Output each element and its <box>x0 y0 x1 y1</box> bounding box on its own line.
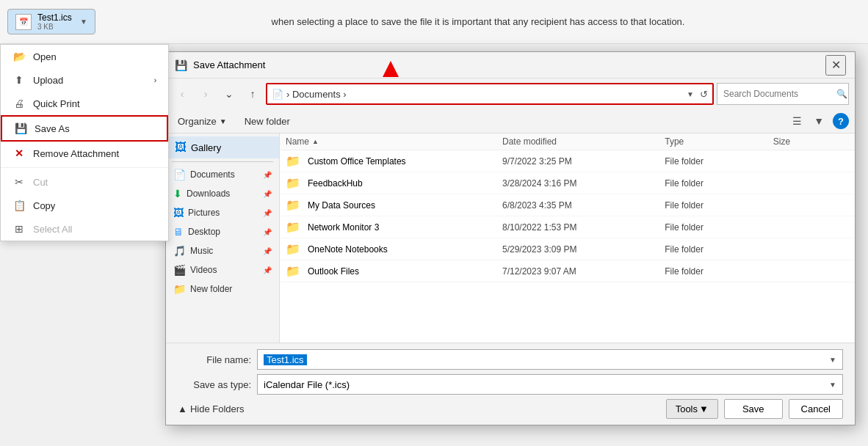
search-input[interactable] <box>723 89 833 99</box>
videos-icon: 🎬 <box>173 264 186 276</box>
search-icon: 🔍 <box>836 89 847 99</box>
filename-dropdown-icon[interactable]: ▼ <box>829 356 836 364</box>
sidebar-item-gallery[interactable]: 🖼 Gallery <box>166 136 279 158</box>
context-menu: 📂 Open ⬆ Upload › 🖨 Quick Print 💾 Save A… <box>0 44 169 241</box>
folder-icon: 📁 <box>286 154 300 168</box>
view-details-button[interactable]: ☰ <box>789 112 805 130</box>
upload-submenu-arrow: › <box>154 76 156 84</box>
pictures-icon: 🖼 <box>173 207 184 219</box>
save-button[interactable]: Save <box>724 399 783 419</box>
file-type-cell: File folder <box>665 156 773 167</box>
file-date-cell: 3/28/2024 3:16 PM <box>502 178 665 189</box>
help-button[interactable]: ? <box>833 113 849 129</box>
col-size-label: Size <box>773 136 790 147</box>
sidebar-separator <box>172 161 273 162</box>
table-row[interactable]: 📁 OneNote Notebooks 5/29/2023 3:09 PM Fi… <box>280 238 855 260</box>
sort-icon: ▲ <box>312 138 319 145</box>
nav-recent-button[interactable]: ⌄ <box>219 84 239 104</box>
hide-folders-arrow: ▲ <box>178 403 187 414</box>
nav-up-button[interactable]: ↑ <box>242 84 263 104</box>
col-header-type[interactable]: Type <box>665 136 773 147</box>
menu-item-remove[interactable]: ✕ Remove Attachment <box>1 142 168 165</box>
top-bar: 📅 Test1.ics 3 KB ▼ when selecting a plac… <box>0 0 868 44</box>
nav-forward-button[interactable]: › <box>195 84 216 104</box>
savetype-input[interactable]: iCalendar File (*.ics) ▼ <box>257 374 843 395</box>
hide-folders-toggle[interactable]: ▲ Hide Folders <box>178 403 245 414</box>
file-date-cell: 8/10/2022 1:53 PM <box>502 222 665 233</box>
file-name-cell: 📁 My Data Sources <box>286 198 502 212</box>
dialog-bottom: File name: Test1.ics ▼ Save as type: iCa… <box>166 343 855 425</box>
col-header-name[interactable]: Name ▲ <box>286 136 502 147</box>
action-buttons: Tools ▼ Save Cancel <box>666 399 843 419</box>
file-list-header: Name ▲ Date modified Type Size <box>280 134 855 150</box>
file-date-cell: 5/29/2023 3:09 PM <box>502 244 665 255</box>
col-name-label: Name <box>286 136 309 147</box>
refresh-icon[interactable]: ↺ <box>700 89 708 100</box>
cancel-button[interactable]: Cancel <box>789 399 843 419</box>
sidebar-item-documents[interactable]: 📄 Documents 📌 <box>166 165 279 184</box>
address-bar[interactable]: 📄 › Documents › ▼ ↺ <box>266 83 714 105</box>
menu-item-open[interactable]: 📂 Open <box>1 45 168 68</box>
dialog-close-button[interactable]: ✕ <box>825 55 846 76</box>
nav-bar: ‹ › ⌄ ↑ 📄 › Documents › ▼ ↺ 🔍 <box>166 78 855 109</box>
new-folder-button[interactable]: New folder <box>239 113 296 130</box>
action-row: ▲ Hide Folders Tools ▼ Save Cancel <box>178 399 843 419</box>
nav-back-button[interactable]: ‹ <box>172 84 192 104</box>
menu-item-copy[interactable]: 📋 Copy <box>1 194 168 217</box>
address-bar-dropdown-icon[interactable]: ▼ <box>687 90 694 98</box>
sidebar-item-videos[interactable]: 🎬 Videos 📌 <box>166 260 279 279</box>
menu-item-saveas[interactable]: 💾 Save As <box>1 115 168 142</box>
organize-dropdown-icon: ▼ <box>220 117 227 125</box>
menu-item-cut[interactable]: ✂ Cut <box>1 170 168 194</box>
table-row[interactable]: 📁 Network Monitor 3 8/10/2022 1:53 PM Fi… <box>280 216 855 238</box>
savetype-dropdown-icon[interactable]: ▼ <box>829 381 836 389</box>
file-name-text: FeedbackHub <box>308 178 502 189</box>
pictures-pin-icon: 📌 <box>263 209 272 217</box>
downloads-icon: ⬇ <box>173 188 182 200</box>
col-header-date[interactable]: Date modified <box>502 136 665 147</box>
file-type-cell: File folder <box>665 244 773 255</box>
sidebar-item-desktop[interactable]: 🖥 Desktop 📌 <box>166 222 279 241</box>
documents-pin-icon: 📌 <box>263 171 272 179</box>
videos-pin-icon: 📌 <box>263 266 272 274</box>
col-header-size[interactable]: Size <box>773 136 849 147</box>
table-row[interactable]: 📁 My Data Sources 6/8/2023 4:35 PM File … <box>280 194 855 216</box>
remove-icon: ✕ <box>12 147 26 160</box>
folder-icon: 📁 <box>286 220 300 234</box>
file-tab[interactable]: 📅 Test1.ics 3 KB ▼ <box>7 9 95 34</box>
dialog-title-icon: 💾 <box>175 59 187 71</box>
sidebar-item-newfolder[interactable]: 📁 New folder <box>166 279 279 299</box>
menu-item-copy-label: Copy <box>33 200 55 211</box>
file-name-cell: 📁 Custom Office Templates <box>286 154 502 168</box>
view-options-button[interactable]: ▼ <box>811 112 827 130</box>
folder-icon: 📁 <box>286 198 300 212</box>
table-row[interactable]: 📁 Custom Office Templates 9/7/2022 3:25 … <box>280 150 855 172</box>
menu-item-selectall[interactable]: ⊞ Select All <box>1 217 168 241</box>
search-box[interactable]: 🔍 <box>717 83 849 105</box>
filename-input[interactable]: Test1.ics ▼ <box>257 349 843 370</box>
desktop-icon: 🖥 <box>173 226 184 238</box>
music-label: Music <box>190 246 213 256</box>
menu-item-quickprint[interactable]: 🖨 Quick Print <box>1 92 168 115</box>
organize-button[interactable]: Organize ▼ <box>172 113 233 130</box>
tools-button[interactable]: Tools ▼ <box>666 399 718 419</box>
saveas-icon: 💾 <box>14 122 27 135</box>
file-type-cell: File folder <box>665 266 773 277</box>
gallery-label: Gallery <box>191 142 221 153</box>
sidebar-item-downloads[interactable]: ⬇ Downloads 📌 <box>166 184 279 203</box>
sidebar-item-music[interactable]: 🎵 Music 📌 <box>166 241 279 260</box>
col-type-label: Type <box>665 136 684 147</box>
file-tab-dropdown-icon[interactable]: ▼ <box>80 18 87 26</box>
selectall-icon: ⊞ <box>12 222 26 235</box>
menu-item-quickprint-label: Quick Print <box>33 98 80 109</box>
hide-folders-label: Hide Folders <box>190 403 245 414</box>
menu-item-upload[interactable]: ⬆ Upload › <box>1 68 168 92</box>
file-date-cell: 9/7/2022 3:25 PM <box>502 156 665 167</box>
file-tab-icon: 📅 <box>15 14 32 30</box>
newfolder-icon: 📁 <box>173 283 186 295</box>
sidebar-item-pictures[interactable]: 🖼 Pictures 📌 <box>166 203 279 222</box>
file-name-text: My Data Sources <box>308 200 502 211</box>
sidebar: 🖼 Gallery 📄 Documents 📌 ⬇ Downloads 📌 🖼 … <box>166 134 280 343</box>
table-row[interactable]: 📁 FeedbackHub 3/28/2024 3:16 PM File fol… <box>280 172 855 194</box>
table-row[interactable]: 📁 Outlook Files 7/12/2023 9:07 AM File f… <box>280 260 855 282</box>
